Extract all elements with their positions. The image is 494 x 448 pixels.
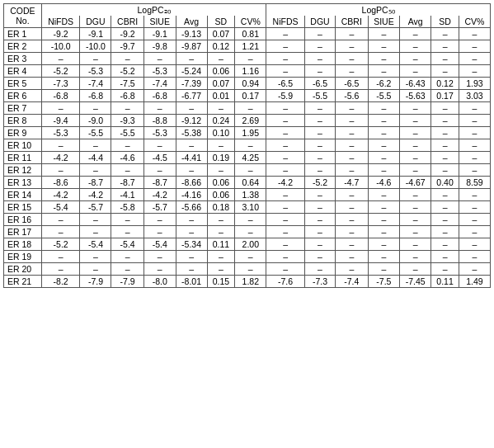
g1-cell-11-0: – — [41, 164, 80, 177]
g1-cell-18-1: – — [80, 251, 111, 263]
g1-cell-15-2: – — [111, 214, 143, 226]
g2-cell-11-1: – — [304, 164, 335, 177]
subheader-g2-cv%: CV% — [459, 16, 490, 28]
g1-cell-7-1: -9.0 — [80, 115, 111, 127]
g1-cell-1-3: -9.8 — [143, 40, 176, 53]
g1-cell-8-4: -5.38 — [176, 127, 207, 139]
g2-cell-2-0: – — [266, 53, 305, 65]
row-code: ER 14 — [4, 189, 42, 201]
g2-cell-4-6: 1.93 — [459, 78, 490, 90]
g1-cell-12-4: -8.66 — [176, 177, 207, 189]
g1-cell-13-1: -4.2 — [80, 189, 111, 201]
g2-cell-2-1: – — [304, 53, 335, 65]
g2-cell-5-5: 0.17 — [431, 90, 459, 102]
g2-cell-2-4: – — [400, 53, 431, 65]
g1-cell-10-4: -4.41 — [176, 152, 207, 164]
g1-cell-12-6: 0.64 — [235, 177, 266, 189]
table-row: ER 8-9.4-9.0-9.3-8.8-9.120.242.69––––––– — [4, 115, 491, 127]
g2-cell-6-4: – — [400, 102, 431, 115]
g1-cell-2-3: – — [143, 53, 176, 65]
g2-cell-8-6: – — [459, 127, 490, 139]
g1-cell-19-1: – — [80, 263, 111, 276]
g1-cell-0-2: -9.2 — [111, 28, 143, 40]
g2-cell-0-1: – — [304, 28, 335, 40]
g1-cell-14-0: -5.4 — [41, 201, 80, 214]
g2-cell-6-6: – — [459, 102, 490, 115]
g1-cell-20-1: -7.9 — [80, 276, 111, 288]
row-code: ER 10 — [4, 139, 42, 152]
g2-cell-5-4: -5.63 — [400, 90, 431, 102]
g1-cell-1-0: -10.0 — [41, 40, 80, 53]
g1-cell-17-3: -5.4 — [143, 238, 176, 251]
row-code: ER 8 — [4, 115, 42, 127]
g1-cell-18-2: – — [111, 251, 143, 263]
g2-cell-19-2: – — [336, 263, 368, 276]
table-row: ER 17–––––––––––––– — [4, 226, 491, 238]
code-header-line2: No. — [16, 16, 29, 26]
g1-cell-12-3: -8.7 — [143, 177, 176, 189]
g2-cell-4-1: -6.5 — [304, 78, 335, 90]
g2-cell-8-3: – — [368, 127, 400, 139]
g2-cell-16-0: – — [266, 226, 305, 238]
g1-cell-2-1: – — [80, 53, 111, 65]
g2-cell-3-2: – — [336, 65, 368, 78]
g2-cell-10-2: – — [336, 152, 368, 164]
table-row: ER 18-5.2-5.4-5.4-5.4-5.340.112.00––––––… — [4, 238, 491, 251]
g1-cell-15-0: – — [41, 214, 80, 226]
g2-cell-3-1: – — [304, 65, 335, 78]
g2-cell-0-3: – — [368, 28, 400, 40]
g2-cell-20-4: -7.45 — [400, 276, 431, 288]
row-code: ER 11 — [4, 152, 42, 164]
g2-cell-15-2: – — [336, 214, 368, 226]
g1-cell-11-4: – — [176, 164, 207, 177]
g2-cell-15-4: – — [400, 214, 431, 226]
g1-cell-1-1: -10.0 — [80, 40, 111, 53]
table-row: ER 3–––––––––––––– — [4, 53, 491, 65]
g2-cell-6-1: – — [304, 102, 335, 115]
g2-cell-14-4: – — [400, 201, 431, 214]
g1-cell-3-6: 1.16 — [235, 65, 266, 78]
g2-cell-14-6: – — [459, 201, 490, 214]
g2-cell-17-0: – — [266, 238, 305, 251]
subheader-g1-dgu: DGU — [80, 16, 111, 28]
table-row: ER 4-5.2-5.3-5.2-5.3-5.240.061.16––––––– — [4, 65, 491, 78]
g1-cell-9-2: – — [111, 139, 143, 152]
g2-cell-11-6: – — [459, 164, 490, 177]
g2-cell-3-3: – — [368, 65, 400, 78]
g1-cell-17-4: -5.34 — [176, 238, 207, 251]
g2-cell-8-5: – — [431, 127, 459, 139]
g2-cell-16-4: – — [400, 226, 431, 238]
g2-cell-10-0: – — [266, 152, 305, 164]
g2-cell-18-3: – — [368, 251, 400, 263]
subheader-g1-avg: Avg — [176, 16, 207, 28]
g2-cell-13-0: – — [266, 189, 305, 201]
g2-cell-18-5: – — [431, 251, 459, 263]
g1-cell-19-0: – — [41, 263, 80, 276]
row-code: ER 15 — [4, 201, 42, 214]
g2-cell-1-4: – — [400, 40, 431, 53]
g2-cell-16-1: – — [304, 226, 335, 238]
g2-cell-12-4: -4.67 — [400, 177, 431, 189]
g1-cell-9-6: – — [235, 139, 266, 152]
g2-cell-6-2: – — [336, 102, 368, 115]
g2-cell-9-2: – — [336, 139, 368, 152]
g1-cell-13-0: -4.2 — [41, 189, 80, 201]
g1-cell-13-6: 1.38 — [235, 189, 266, 201]
g1-cell-14-1: -5.7 — [80, 201, 111, 214]
g1-cell-9-5: – — [207, 139, 235, 152]
g2-cell-5-6: 3.03 — [459, 90, 490, 102]
g2-cell-3-6: – — [459, 65, 490, 78]
g2-cell-12-3: -4.6 — [368, 177, 400, 189]
g2-cell-2-6: – — [459, 53, 490, 65]
g2-cell-17-1: – — [304, 238, 335, 251]
g2-cell-13-5: – — [431, 189, 459, 201]
g1-cell-6-0: – — [41, 102, 80, 115]
g1-cell-15-3: – — [143, 214, 176, 226]
g1-cell-10-1: -4.4 — [80, 152, 111, 164]
code-header-line1: CODE — [10, 6, 35, 16]
g2-cell-8-0: – — [266, 127, 305, 139]
g2-cell-17-4: – — [400, 238, 431, 251]
g1-cell-5-4: -6.77 — [176, 90, 207, 102]
g2-cell-14-5: – — [431, 201, 459, 214]
data-table: CODE No. LogPC₂₀ LogPC₅₀ NiFDSDGUCBRISIU… — [3, 3, 491, 288]
